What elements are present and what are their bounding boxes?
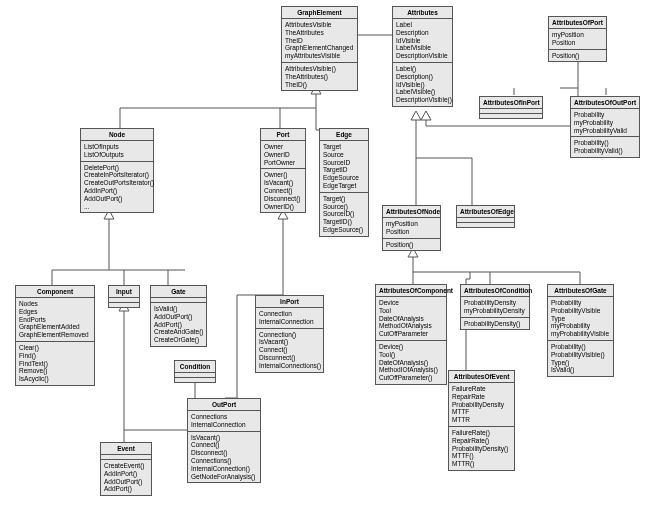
- class-attributesofcomponent: AttributesOfComponentDeviceToolDateOfAna…: [375, 284, 447, 385]
- attrs: AttributesVisibleTheAttributesTheIDGraph…: [282, 19, 357, 63]
- class-attributesofport: AttributesOfPortmyPositionPositionPositi…: [548, 16, 607, 62]
- class-event: EventCreateEvent()AddInPort()AddOutPort(…: [100, 442, 152, 496]
- class-attributesofevent: AttributesOfEventFailureRateRepairRatePr…: [448, 370, 515, 471]
- class-attributesofoutport: AttributesOfOutPortProbabilitymyProbabil…: [570, 96, 640, 158]
- class-outport: OutPortConnectionsInternalConnectionIsVa…: [187, 398, 261, 483]
- class-attributesofedge: AttributesOfEdge: [456, 205, 515, 228]
- class-component: ComponentNodesEdgesEndPortsGraphElementA…: [15, 285, 95, 386]
- class-node: NodeListOfInputsListOfOutputsDeletePort(…: [80, 128, 154, 213]
- uml-diagram: GraphElementAttributesVisibleTheAttribut…: [0, 0, 660, 518]
- svg-marker-12: [421, 111, 431, 120]
- class-graphelement: GraphElementAttributesVisibleTheAttribut…: [281, 6, 358, 91]
- class-edge: EdgeTargetSourceSourceIDTargetIDEdgeSour…: [319, 128, 369, 237]
- class-inport: InPortConnectionInternalConnectionConnec…: [255, 295, 324, 373]
- class-attributesofcondition: AttributesOfConditionProbabilityDensitym…: [460, 284, 530, 330]
- svg-marker-8: [411, 111, 421, 120]
- ops: AttributesVisible()TheAttributes()TheID(…: [282, 63, 357, 90]
- class-port: PortOwnerOwnerIDPortOwnerOwner()IsVacant…: [260, 128, 306, 213]
- class-attributesofinport: AttributesOfInPort: [479, 96, 543, 119]
- class-condition: Condition: [174, 360, 216, 383]
- class-attributes: AttributesLabelDescriptionIdVisibleLabel…: [392, 6, 453, 107]
- class-attributesofgate: AttributesOfGateProbabilityProbabilityVi…: [547, 284, 614, 377]
- class-attributesofnode: AttributesOfNodemyPositionPositionPositi…: [382, 205, 441, 251]
- class-input: Input: [108, 285, 140, 308]
- class-gate: GateIsValid()AddOutPort()AddPort()Create…: [150, 285, 207, 347]
